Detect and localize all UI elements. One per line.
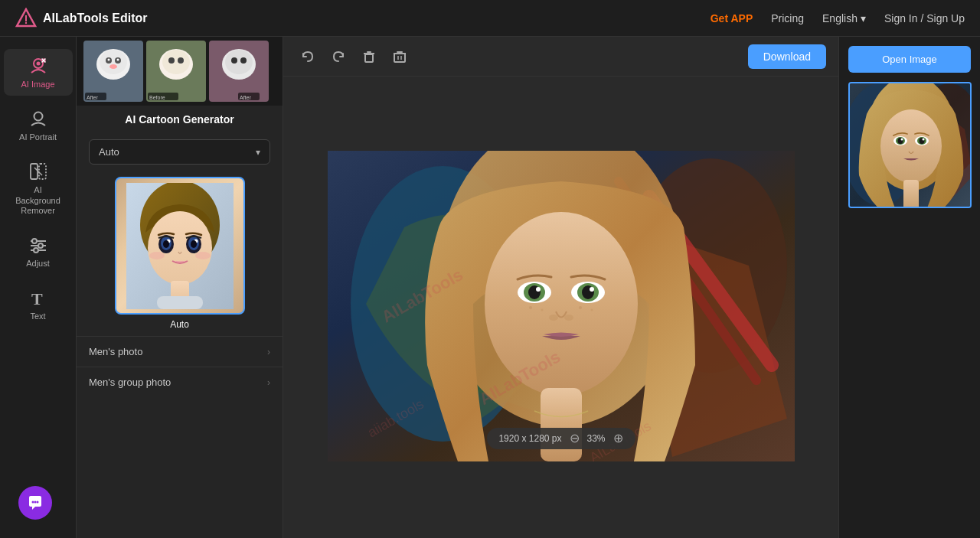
- svg-point-28: [162, 50, 190, 74]
- category-mens-photo[interactable]: Men's photo ›: [77, 336, 283, 367]
- svg-rect-56: [365, 54, 373, 62]
- svg-rect-101: [903, 180, 919, 208]
- svg-text:After: After: [240, 95, 251, 100]
- svg-point-103: [34, 501, 37, 504]
- svg-point-51: [191, 240, 197, 248]
- clear-all-button[interactable]: [387, 44, 412, 69]
- ai-bg-remover-icon: [28, 161, 49, 182]
- right-panel: Open Image: [838, 37, 980, 538]
- svg-point-53: [195, 252, 211, 259]
- svg-point-21: [100, 50, 127, 74]
- svg-text:Before: Before: [149, 95, 165, 100]
- svg-point-50: [163, 240, 169, 248]
- app-logo-icon: [15, 8, 37, 29]
- delete-button[interactable]: [357, 44, 381, 69]
- svg-point-30: [178, 57, 184, 64]
- category-label-mens-group-photo: Men's group photo: [89, 377, 171, 388]
- undo-button[interactable]: [296, 44, 320, 69]
- svg-point-77: [590, 287, 594, 292]
- sidebar-item-adjust[interactable]: Adjust: [4, 228, 73, 275]
- dropdown-value: Auto: [99, 146, 119, 158]
- svg-text:T: T: [31, 289, 43, 308]
- topnav: AILabTools Editor Get APP Pricing Englis…: [0, 0, 980, 37]
- chat-widget[interactable]: [18, 486, 52, 520]
- category-list: Men's photo › Men's group photo ›: [77, 336, 283, 397]
- sidebar-item-ai-background-remover[interactable]: AI Background Remover: [4, 155, 73, 222]
- sidebar-item-ai-image[interactable]: AI Image: [4, 49, 73, 96]
- chevron-down-icon: ▾: [256, 147, 260, 158]
- canvas-area: Download: [283, 37, 838, 538]
- chat-icon: [27, 494, 44, 511]
- redo-button[interactable]: [326, 44, 351, 69]
- svg-point-13: [32, 239, 37, 243]
- sidebar-item-text[interactable]: T Text: [4, 281, 73, 328]
- panel-header-svg: After Before After: [80, 37, 279, 105]
- svg-point-102: [32, 501, 34, 504]
- svg-point-24: [107, 59, 109, 61]
- sidebar-item-ai-portrait[interactable]: AI Portrait: [4, 102, 73, 148]
- adjust-label: Adjust: [26, 259, 50, 269]
- zoom-out-button[interactable]: ⊖: [570, 432, 580, 445]
- chevron-down-icon: ▾: [861, 12, 866, 24]
- main-layout: AI Image AI Portrait AI Background Remov…: [0, 37, 980, 538]
- signin-link[interactable]: Sign In / Sign Up: [884, 12, 965, 24]
- ai-bg-remover-label: AI Background Remover: [13, 185, 64, 216]
- svg-point-82: [579, 306, 582, 309]
- svg-rect-7: [31, 164, 38, 179]
- pricing-link[interactable]: Pricing: [771, 12, 804, 24]
- image-thumbnail-preview: [848, 82, 972, 208]
- svg-rect-8: [39, 164, 46, 179]
- svg-point-14: [38, 243, 43, 248]
- left-panel: After Before After AI Cartoon Generator …: [77, 37, 283, 538]
- text-label: Text: [30, 311, 45, 321]
- canvas-toolbar: Download: [283, 37, 838, 77]
- svg-point-2: [25, 21, 27, 23]
- get-app-button[interactable]: Get APP: [710, 12, 753, 24]
- svg-point-4: [36, 62, 40, 66]
- open-image-button[interactable]: Open Image: [848, 46, 971, 73]
- zoom-bar: 1920 x 1280 px ⊖ 33% ⊕: [486, 428, 635, 449]
- svg-point-78: [549, 315, 558, 321]
- download-button[interactable]: Download: [748, 44, 826, 69]
- svg-point-104: [37, 501, 39, 504]
- chevron-right-icon: ›: [267, 347, 270, 357]
- auto-style-card[interactable]: Auto: [89, 177, 270, 330]
- svg-point-43: [148, 211, 212, 285]
- zoom-in-button[interactable]: ⊕: [613, 432, 623, 445]
- svg-point-76: [536, 287, 541, 292]
- text-tool-icon: T: [28, 287, 49, 308]
- svg-point-68: [485, 212, 638, 396]
- svg-rect-59: [394, 54, 405, 62]
- nav-right: Get APP Pricing English ▾ Sign In / Sign…: [710, 12, 965, 24]
- svg-text:After: After: [87, 95, 98, 100]
- canvas-main: AILabTools AILabTools AILabTools aiiab.t…: [283, 77, 838, 538]
- svg-rect-69: [541, 388, 582, 461]
- style-options: Auto: [77, 171, 283, 336]
- thumbnail-svg: [850, 83, 972, 208]
- logo-area: AILabTools Editor: [15, 8, 698, 29]
- style-dropdown[interactable]: Auto ▾: [89, 139, 270, 165]
- language-selector[interactable]: English ▾: [822, 12, 866, 24]
- image-dimensions: 1920 x 1280 px: [498, 433, 561, 444]
- svg-point-52: [149, 252, 165, 259]
- category-label-mens-photo: Men's photo: [89, 346, 142, 357]
- svg-point-79: [564, 315, 573, 321]
- app-title: AILabTools Editor: [43, 11, 148, 25]
- ai-portrait-icon: [28, 108, 49, 129]
- svg-point-6: [34, 112, 42, 121]
- tools-sidebar: AI Image AI Portrait AI Background Remov…: [0, 37, 77, 538]
- ai-portrait-label: AI Portrait: [19, 132, 57, 142]
- category-mens-group-photo[interactable]: Men's group photo ›: [77, 367, 283, 397]
- image-container: AILabTools AILabTools AILabTools aiiab.t…: [328, 151, 795, 465]
- svg-point-81: [541, 308, 543, 311]
- svg-point-29: [168, 57, 175, 64]
- svg-point-25: [116, 59, 119, 61]
- svg-point-80: [529, 306, 532, 309]
- svg-point-15: [34, 248, 38, 253]
- svg-point-34: [240, 57, 247, 64]
- svg-point-26: [109, 64, 117, 69]
- chevron-right-icon: ›: [267, 377, 270, 388]
- svg-line-9: [34, 168, 42, 175]
- svg-point-100: [922, 139, 924, 141]
- ai-image-label: AI Image: [21, 80, 54, 90]
